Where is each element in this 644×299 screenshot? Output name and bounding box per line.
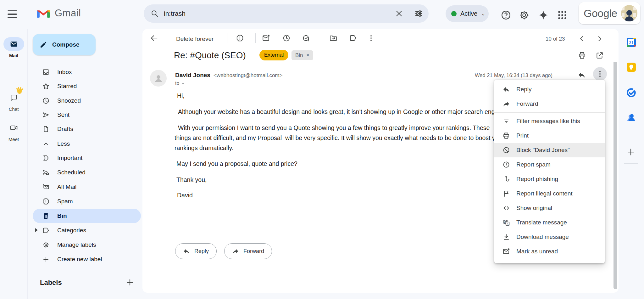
gmail-logo[interactable]: Gmail xyxy=(36,8,81,19)
sidebar-item-create-new-label[interactable]: Create new label xyxy=(33,252,141,267)
scrollbar[interactable] xyxy=(613,62,617,289)
rail-item-meet[interactable]: Meet xyxy=(0,121,27,142)
email-subject: Re: #Quote (SEO) xyxy=(174,50,246,60)
open-in-new-icon[interactable] xyxy=(594,50,605,61)
print-icon[interactable] xyxy=(576,50,588,61)
apps-grid-icon[interactable] xyxy=(557,10,568,20)
star-icon xyxy=(42,82,50,90)
menu-item-filter-messages[interactable]: Filter messages like this xyxy=(494,114,605,128)
labels-icon[interactable] xyxy=(347,32,359,44)
sidebar-item-scheduled[interactable]: Scheduled xyxy=(33,165,141,180)
chevron-down-icon: ⌄ xyxy=(481,11,485,17)
rail-item-mail[interactable]: Mail xyxy=(0,37,27,58)
external-badge: External xyxy=(259,50,288,60)
meet-pill xyxy=(3,121,24,135)
contacts-icon[interactable] xyxy=(626,112,636,122)
plus-icon xyxy=(42,256,50,263)
sender-name: David Jones xyxy=(175,72,210,79)
settings-gear-icon[interactable] xyxy=(519,10,530,20)
menu-item-report-illegal-content[interactable]: Report illegal content xyxy=(494,186,605,201)
chat-icon xyxy=(10,93,18,102)
menu-item-reply[interactable]: Reply xyxy=(494,82,605,97)
expander-arrow-icon[interactable] xyxy=(35,228,38,232)
gemini-icon[interactable] xyxy=(538,10,549,20)
toolbar-divider xyxy=(324,33,324,43)
sidebar-item-sent[interactable]: Sent xyxy=(33,108,141,122)
menu-item-translate-message[interactable]: G A Translate message xyxy=(494,215,605,230)
side-panel-divider xyxy=(624,163,638,164)
print-icon xyxy=(502,132,510,139)
sidebar-item-starred[interactable]: Starred xyxy=(33,79,141,93)
sender-address: <webhostingt@hotmail.com> xyxy=(214,72,282,79)
status-chip[interactable]: Active ⌄ xyxy=(446,5,489,22)
block-icon xyxy=(502,146,510,154)
menu-item-block-sender[interactable]: Block "David Jones" xyxy=(494,143,605,157)
menu-item-show-original[interactable]: Show original xyxy=(494,201,605,215)
email-body-line: Although your website has a beautiful de… xyxy=(178,108,508,116)
remove-label-icon[interactable]: × xyxy=(306,52,310,59)
sidebar-item-all-mail[interactable]: All Mail xyxy=(33,180,141,194)
get-add-ons-icon[interactable] xyxy=(626,147,636,158)
add-to-tasks-icon[interactable] xyxy=(301,32,312,44)
delete-forever-button[interactable]: Delete forever xyxy=(176,36,214,42)
filter-icon xyxy=(502,117,510,125)
compose-button[interactable]: Compose xyxy=(33,34,96,55)
snooze-icon[interactable] xyxy=(281,32,292,44)
main-menu-hamburger[interactable] xyxy=(7,9,18,19)
rail-item-chat[interactable]: Chat xyxy=(0,91,27,112)
message-more-options-icon[interactable] xyxy=(593,67,607,81)
calendar-icon[interactable]: 31 xyxy=(626,37,636,48)
sidebar-item-drafts[interactable]: Drafts xyxy=(33,122,141,136)
close-icon xyxy=(395,9,403,18)
more-options-icon[interactable] xyxy=(365,32,377,44)
message-context-menu: Reply Forward Filter messages like this … xyxy=(494,80,605,263)
menu-item-mark-as-unread[interactable]: Mark as unread xyxy=(494,244,605,259)
google-account-pill[interactable]: Google xyxy=(579,2,640,24)
sidebar-item-bin[interactable]: Bin xyxy=(33,209,141,223)
older-conversation-icon[interactable] xyxy=(594,33,605,44)
menu-item-forward[interactable]: Forward xyxy=(494,97,605,111)
email-date: Wed 21 May, 16:34 (13 days ago) xyxy=(423,72,552,78)
reply-button[interactable]: Reply xyxy=(175,243,217,259)
gmail-wordmark: Gmail xyxy=(55,8,81,19)
menu-item-download-message[interactable]: Download message xyxy=(494,230,605,244)
bin-label-chip[interactable]: Bin × xyxy=(291,50,313,60)
clear-search-icon[interactable] xyxy=(394,8,404,19)
sidebar-item-inbox[interactable]: Inbox xyxy=(33,65,141,79)
search-filters-icon[interactable] xyxy=(414,8,424,19)
menu-item-report-spam[interactable]: Report spam xyxy=(494,157,605,172)
toolbar-divider xyxy=(255,33,256,43)
menu-divider xyxy=(494,112,605,113)
chat-pill xyxy=(3,91,24,104)
manage-labels-gear-icon xyxy=(42,241,50,249)
chevron-down-icon xyxy=(181,82,185,85)
move-to-icon[interactable] xyxy=(328,32,339,44)
search-input[interactable]: in:trash xyxy=(164,10,186,17)
sidebar-item-less[interactable]: Less xyxy=(33,137,141,151)
back-arrow-icon[interactable] xyxy=(148,32,160,44)
sidebar-item-snoozed[interactable]: Snoozed xyxy=(33,93,141,108)
forward-button[interactable]: Forward xyxy=(224,243,272,259)
sidebar-item-categories[interactable]: Categories xyxy=(33,223,141,238)
forward-icon xyxy=(502,100,510,108)
user-avatar[interactable] xyxy=(621,5,638,22)
rail-label-chat: Chat xyxy=(0,106,27,112)
sidebar-item-manage-labels[interactable]: Manage labels xyxy=(33,238,141,252)
menu-item-report-phishing[interactable]: Report phishing xyxy=(494,172,605,186)
mark-unread-icon[interactable] xyxy=(260,32,272,44)
active-status-dot xyxy=(451,11,457,16)
menu-item-print[interactable]: Print xyxy=(494,128,605,143)
search-bar[interactable]: in:trash xyxy=(144,4,429,23)
add-label-icon[interactable] xyxy=(125,278,135,288)
sender-avatar[interactable] xyxy=(150,70,167,87)
report-spam-icon[interactable] xyxy=(234,32,246,44)
sidebar-item-important[interactable]: Important xyxy=(33,151,141,165)
mark-unread-icon xyxy=(502,248,510,255)
sidebar-item-spam[interactable]: Spam xyxy=(33,194,141,209)
tune-icon xyxy=(414,9,423,18)
tasks-icon[interactable] xyxy=(626,87,636,98)
recipient-details-toggle[interactable]: to xyxy=(175,81,185,86)
help-icon[interactable] xyxy=(501,10,511,20)
newer-conversation-icon[interactable] xyxy=(576,33,587,44)
keep-icon[interactable] xyxy=(626,62,636,72)
